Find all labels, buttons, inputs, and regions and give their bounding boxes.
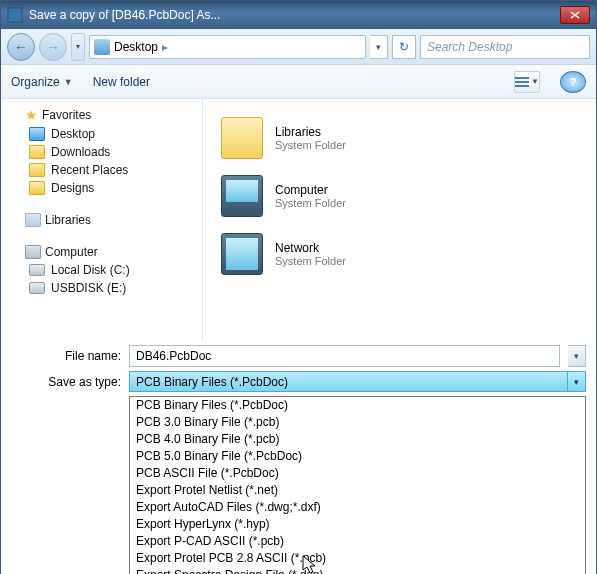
help-button[interactable]: ?: [560, 71, 586, 93]
dropdown-option[interactable]: Export P-CAD ASCII (*.pcb): [130, 533, 585, 550]
folder-icon: [29, 181, 45, 195]
close-button[interactable]: [560, 6, 590, 24]
dropdown-option[interactable]: Export Protel PCB 2.8 ASCII (*.pcb): [130, 550, 585, 567]
file-list[interactable]: LibrariesSystem Folder ComputerSystem Fo…: [203, 99, 596, 341]
computer-icon: [25, 245, 41, 259]
disk-icon: [29, 282, 45, 294]
title-bar[interactable]: Save a copy of [DB46.PcbDoc] As...: [1, 1, 596, 29]
breadcrumb[interactable]: Desktop ▸: [89, 35, 366, 59]
nav-item-recent[interactable]: Recent Places: [11, 161, 198, 179]
nav-item-downloads[interactable]: Downloads: [11, 143, 198, 161]
computer-big-icon: [221, 175, 263, 217]
svg-rect-0: [8, 8, 22, 22]
nav-row: ← → ▾ Desktop ▸ ▾ ↻ Search Desktop: [1, 29, 596, 65]
window-title: Save a copy of [DB46.PcbDoc] As...: [29, 8, 560, 22]
savetype-dropdown-list[interactable]: PCB Binary Files (*.PcbDoc)PCB 3.0 Binar…: [129, 396, 586, 574]
search-input[interactable]: Search Desktop: [420, 35, 590, 59]
disk-icon: [29, 264, 45, 276]
navigation-pane: ★ Favorites Desktop Downloads Recent Pla…: [1, 99, 203, 341]
libraries-big-icon: [221, 117, 263, 159]
refresh-button[interactable]: ↻: [392, 35, 416, 59]
chevron-down-icon: ▾: [568, 371, 586, 392]
folder-icon: [29, 145, 45, 159]
search-placeholder: Search Desktop: [427, 40, 512, 54]
savetype-row: Save as type: PCB Binary Files (*.PcbDoc…: [1, 371, 596, 396]
dropdown-option[interactable]: PCB ASCII File (*.PcbDoc): [130, 465, 585, 482]
favorites-group[interactable]: ★ Favorites: [11, 105, 198, 125]
breadcrumb-dropdown[interactable]: ▾: [370, 35, 388, 59]
list-item[interactable]: LibrariesSystem Folder: [217, 109, 582, 167]
dropdown-option[interactable]: Export AutoCAD Files (*.dwg;*.dxf): [130, 499, 585, 516]
savetype-label: Save as type:: [11, 375, 121, 389]
nav-item-designs[interactable]: Designs: [11, 179, 198, 197]
dropdown-option[interactable]: PCB 5.0 Binary File (*.PcbDoc): [130, 448, 585, 465]
breadcrumb-location: Desktop: [114, 40, 158, 54]
chevron-down-icon: ▼: [64, 77, 73, 87]
savetype-combo[interactable]: PCB Binary Files (*.PcbDoc) ▾: [129, 371, 586, 392]
libraries-group[interactable]: Libraries: [11, 211, 198, 229]
dropdown-option[interactable]: PCB 4.0 Binary File (*.pcb): [130, 431, 585, 448]
computer-group[interactable]: Computer: [11, 243, 198, 261]
forward-button[interactable]: →: [39, 33, 67, 61]
dropdown-option[interactable]: PCB Binary Files (*.PcbDoc): [130, 397, 585, 414]
nav-item-usbdisk[interactable]: USBDISK (E:): [11, 279, 198, 297]
filename-label: File name:: [11, 349, 121, 363]
desktop-small-icon: [29, 127, 45, 141]
nav-history-dropdown[interactable]: ▾: [71, 33, 85, 61]
network-big-icon: [221, 233, 263, 275]
chevron-right-icon: ▸: [162, 40, 168, 54]
dropdown-option[interactable]: Export HyperLynx (*.hyp): [130, 516, 585, 533]
list-item[interactable]: ComputerSystem Folder: [217, 167, 582, 225]
filename-row: File name: DB46.PcbDoc ▾: [1, 341, 596, 371]
view-options-button[interactable]: ▼: [514, 71, 540, 93]
filename-dropdown[interactable]: ▾: [568, 345, 586, 367]
dropdown-option[interactable]: Export Protel Netlist (*.net): [130, 482, 585, 499]
nav-item-desktop[interactable]: Desktop: [11, 125, 198, 143]
dropdown-option[interactable]: PCB 3.0 Binary File (*.pcb): [130, 414, 585, 431]
nav-item-local-disk[interactable]: Local Disk (C:): [11, 261, 198, 279]
desktop-icon: [94, 39, 110, 55]
new-folder-button[interactable]: New folder: [93, 75, 150, 89]
libraries-icon: [25, 213, 41, 227]
dropdown-option[interactable]: Export Specctra Design File (*.dsn): [130, 567, 585, 574]
toolbar: Organize ▼ New folder ▼ ?: [1, 65, 596, 99]
back-button[interactable]: ←: [7, 33, 35, 61]
svg-rect-2: [515, 81, 529, 83]
svg-rect-3: [515, 85, 529, 87]
list-item[interactable]: NetworkSystem Folder: [217, 225, 582, 283]
folder-icon: [29, 163, 45, 177]
star-icon: ★: [25, 107, 38, 123]
svg-rect-1: [515, 77, 529, 79]
organize-menu[interactable]: Organize ▼: [11, 75, 73, 89]
app-icon: [7, 7, 23, 23]
filename-input[interactable]: DB46.PcbDoc: [129, 345, 560, 367]
save-as-dialog: Save a copy of [DB46.PcbDoc] As... ← → ▾…: [0, 0, 597, 574]
